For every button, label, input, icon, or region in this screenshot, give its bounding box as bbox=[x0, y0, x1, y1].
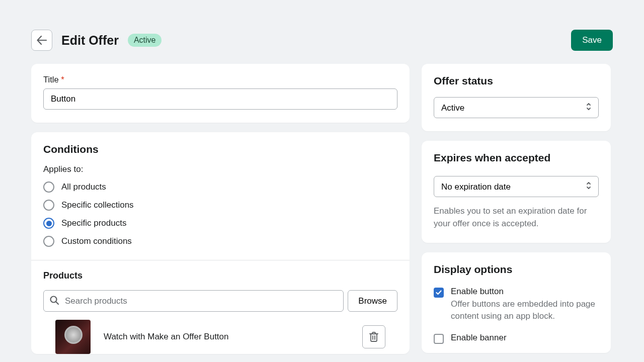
offer-status-heading: Offer status bbox=[434, 75, 599, 87]
expiration-heading: Expires when accepted bbox=[434, 152, 599, 164]
product-thumbnail bbox=[55, 320, 91, 354]
radio-specific-products[interactable]: Specific products bbox=[43, 218, 397, 229]
display-options-card: Display options Enable button Offer butt… bbox=[422, 252, 611, 352]
page-title: Edit Offer bbox=[61, 33, 119, 48]
status-badge: Active bbox=[128, 34, 162, 47]
product-search-input[interactable] bbox=[43, 290, 344, 312]
applies-to-label: Applies to: bbox=[43, 164, 397, 174]
checkbox-checked-icon bbox=[434, 288, 444, 298]
radio-unchecked-icon bbox=[43, 200, 54, 211]
radio-checked-icon bbox=[43, 218, 54, 229]
offer-status-select[interactable]: Active bbox=[434, 97, 599, 118]
checkbox-description: Offer buttons are embedded into page con… bbox=[451, 298, 599, 322]
browse-button[interactable]: Browse bbox=[348, 290, 397, 312]
conditions-card: Conditions Applies to: All products Spec… bbox=[31, 132, 410, 354]
radio-custom-conditions[interactable]: Custom conditions bbox=[43, 236, 397, 247]
back-button[interactable] bbox=[31, 30, 52, 51]
remove-product-button[interactable] bbox=[362, 325, 385, 348]
page-header: Edit Offer Active Save bbox=[31, 30, 613, 51]
search-icon bbox=[49, 295, 59, 307]
product-name: Watch with Make an Offer Button bbox=[104, 332, 362, 342]
trash-icon bbox=[369, 332, 378, 342]
offer-status-card: Offer status Active bbox=[422, 64, 611, 131]
title-card: Title * bbox=[31, 64, 410, 123]
radio-label: Specific collections bbox=[61, 200, 134, 210]
enable-button-checkbox-row[interactable]: Enable button Offer buttons are embedded… bbox=[434, 287, 599, 322]
checkbox-label: Enable button bbox=[451, 287, 599, 297]
product-row: Watch with Make an Offer Button bbox=[43, 320, 397, 354]
display-options-heading: Display options bbox=[434, 263, 599, 276]
conditions-heading: Conditions bbox=[43, 143, 397, 155]
checkbox-unchecked-icon bbox=[434, 334, 444, 344]
radio-unchecked-icon bbox=[43, 236, 54, 247]
expiration-card: Expires when accepted No expiration date… bbox=[422, 141, 611, 243]
radio-label: Custom conditions bbox=[61, 236, 132, 246]
expiration-select[interactable]: No expiration date bbox=[434, 176, 599, 197]
title-input[interactable] bbox=[43, 88, 397, 110]
products-heading: Products bbox=[43, 270, 397, 281]
radio-unchecked-icon bbox=[43, 182, 54, 193]
title-label: Title * bbox=[43, 75, 397, 84]
arrow-left-icon bbox=[37, 36, 47, 45]
radio-all-products[interactable]: All products bbox=[43, 182, 397, 193]
enable-banner-checkbox-row[interactable]: Enable banner bbox=[434, 333, 599, 344]
checkbox-label: Enable banner bbox=[451, 333, 599, 343]
radio-specific-collections[interactable]: Specific collections bbox=[43, 200, 397, 211]
expiration-help-text: Enables you to set an expiration date fo… bbox=[434, 205, 599, 230]
radio-label: All products bbox=[61, 182, 106, 192]
radio-label: Specific products bbox=[61, 218, 126, 228]
save-button[interactable]: Save bbox=[571, 30, 613, 51]
